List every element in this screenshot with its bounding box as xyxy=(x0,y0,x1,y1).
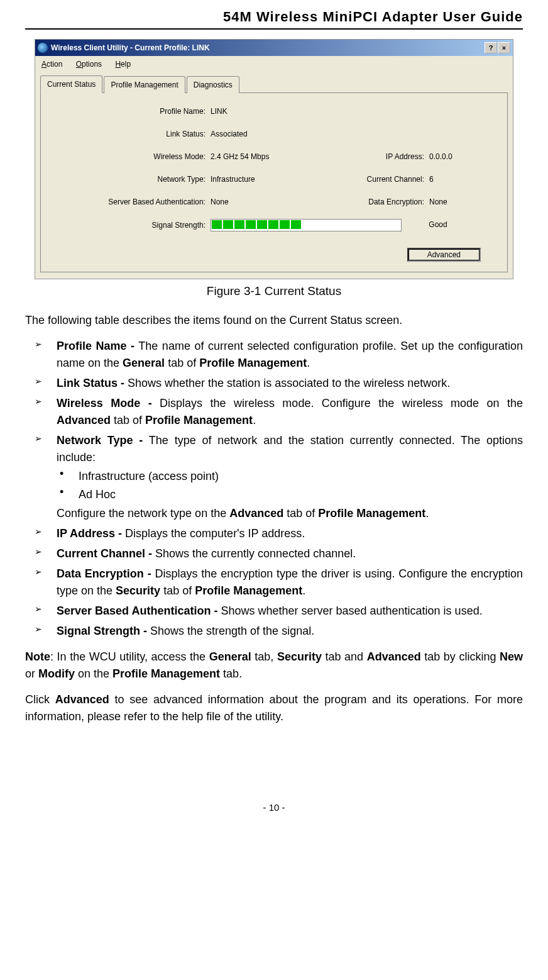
label-auth: Server Based Authentication: xyxy=(48,196,211,208)
tab-profile-management[interactable]: Profile Management xyxy=(104,76,185,93)
label-profile-name: Profile Name: xyxy=(48,106,211,117)
help-button[interactable]: ? xyxy=(485,42,497,53)
menu-options[interactable]: Options xyxy=(76,60,102,69)
value-profile-name: LINK xyxy=(211,106,355,117)
label-ip-address: IP Address: xyxy=(355,151,429,162)
page-number: - 10 - xyxy=(25,801,523,815)
item-wireless-mode: Wireless Mode - Displays the wireless mo… xyxy=(25,395,523,429)
item-list: Profile Name - The name of current selec… xyxy=(25,338,523,640)
window-titlebar: Wireless Client Utility - Current Profil… xyxy=(35,40,513,56)
value-wireless-mode: 2.4 GHz 54 Mbps xyxy=(211,151,355,162)
item-current-channel: Current Channel - Shows the currently co… xyxy=(25,545,523,562)
label-wireless-mode: Wireless Mode: xyxy=(48,151,211,162)
tab-row: Current Status Profile Management Diagno… xyxy=(40,75,508,92)
advanced-button[interactable]: Advanced xyxy=(407,248,481,262)
header-rule xyxy=(25,28,523,30)
intro-paragraph: The following table describes the items … xyxy=(25,312,523,329)
signal-strength-bar: Good xyxy=(211,219,447,231)
sub-adhoc: Ad Hoc xyxy=(57,486,523,503)
label-signal-strength: Signal Strength: xyxy=(48,220,211,231)
value-current-channel: 6 xyxy=(429,174,500,185)
value-auth: None xyxy=(211,196,355,208)
tab-diagnostics[interactable]: Diagnostics xyxy=(187,76,239,93)
label-network-type: Network Type: xyxy=(48,174,211,185)
note-paragraph: Note: In the WCU utility, access the Gen… xyxy=(25,649,523,682)
screenshot-window: Wireless Client Utility - Current Profil… xyxy=(35,39,513,279)
item-ip-address: IP Address - Displays the computer's IP … xyxy=(25,525,523,542)
tab-current-status[interactable]: Current Status xyxy=(40,75,102,93)
label-current-channel: Current Channel: xyxy=(355,174,429,185)
item-server-auth: Server Based Authentication - Shows whet… xyxy=(25,603,523,620)
value-encryption: None xyxy=(429,196,500,208)
tab-content: Profile Name: LINK Link Status: Associat… xyxy=(40,92,508,272)
value-ip-address: 0.0.0.0 xyxy=(429,151,500,162)
value-network-type: Infrastructure xyxy=(211,174,355,185)
last-paragraph: Click Advanced to see advanced informati… xyxy=(25,691,523,725)
item-link-status: Link Status - Shows whether the station … xyxy=(25,375,523,392)
close-button[interactable]: × xyxy=(498,42,510,53)
menu-bar: AActionction Options Help xyxy=(35,56,513,72)
value-link-status: Associated xyxy=(211,128,355,140)
window-title: Wireless Client Utility - Current Profil… xyxy=(51,42,485,53)
label-encryption: Data Encryption: xyxy=(355,196,429,208)
label-link-status: Link Status: xyxy=(48,128,211,140)
sub-infrastructure: Infrastructure (access point) xyxy=(57,468,523,485)
figure-caption: Figure 3-1 Current Status xyxy=(25,282,523,301)
wireless-icon xyxy=(38,43,48,53)
signal-strength-text: Good xyxy=(429,220,447,229)
item-signal-strength: Signal Strength - Shows the strength of … xyxy=(25,623,523,640)
item-network-type: Network Type - The type of network and t… xyxy=(25,432,523,522)
menu-help[interactable]: Help xyxy=(115,60,131,69)
menu-action[interactable]: AActionction xyxy=(41,60,62,69)
item-profile-name: Profile Name - The name of current selec… xyxy=(25,338,523,372)
item-data-encryption: Data Encryption - Displays the encryptio… xyxy=(25,565,523,599)
page-header-title: 54M Wireless MiniPCI Adapter User Guide xyxy=(0,0,548,28)
